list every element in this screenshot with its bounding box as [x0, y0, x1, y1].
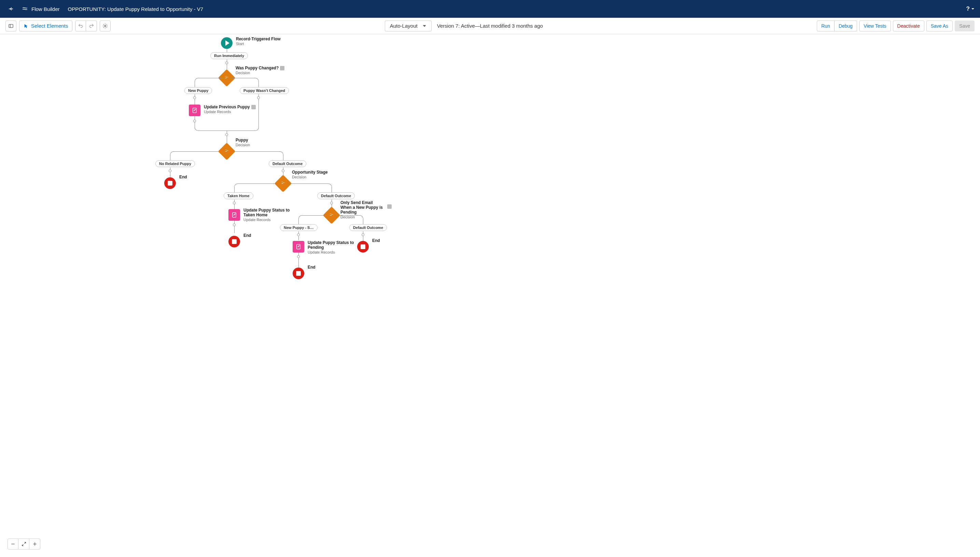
arrow-left-icon [8, 6, 14, 11]
back-button[interactable] [5, 3, 16, 15]
undo-button[interactable] [75, 21, 86, 31]
cursor-icon [24, 23, 29, 29]
help-icon: ? [966, 5, 970, 12]
version-info: Version 7: Active—Last modified 3 months… [437, 23, 543, 29]
save-button[interactable]: Save [955, 21, 975, 31]
page-title: OPPORTUNITY: Update Puppy Related to Opp… [68, 6, 203, 12]
redo-icon [89, 23, 94, 29]
toggle-panel-button[interactable] [5, 21, 16, 31]
deactivate-button[interactable]: Deactivate [893, 21, 924, 31]
undo-redo-group [75, 21, 97, 31]
help-menu[interactable]: ? [966, 5, 975, 12]
gear-icon [102, 23, 108, 29]
select-elements-button[interactable]: Select Elements [19, 21, 72, 31]
undo-icon [78, 23, 83, 29]
chevron-down-icon [422, 24, 427, 28]
flow-builder-icon [22, 6, 28, 12]
svg-point-2 [104, 25, 106, 27]
app-header: Flow Builder OPPORTUNITY: Update Puppy R… [0, 0, 980, 18]
panel-icon [8, 23, 14, 29]
app-brand: Flow Builder [22, 6, 60, 12]
debug-button[interactable]: Debug [834, 21, 857, 31]
toolbar-center: Auto-Layout Version 7: Active—Last modif… [385, 21, 543, 31]
layout-mode-label: Auto-Layout [390, 23, 418, 29]
redo-button[interactable] [86, 21, 97, 31]
toolbar-actions: Run Debug View Tests Deactivate Save As … [817, 21, 975, 31]
settings-button[interactable] [100, 21, 110, 31]
select-elements-label: Select Elements [31, 23, 68, 29]
save-as-button[interactable]: Save As [926, 21, 953, 31]
chevron-down-icon [971, 7, 975, 11]
view-tests-button[interactable]: View Tests [859, 21, 891, 31]
toolbar: Select Elements Auto-Layout Version 7: A… [0, 18, 980, 34]
app-name: Flow Builder [31, 6, 60, 12]
svg-rect-0 [9, 24, 13, 27]
layout-mode-select[interactable]: Auto-Layout [385, 21, 432, 31]
run-button[interactable]: Run [817, 21, 834, 31]
